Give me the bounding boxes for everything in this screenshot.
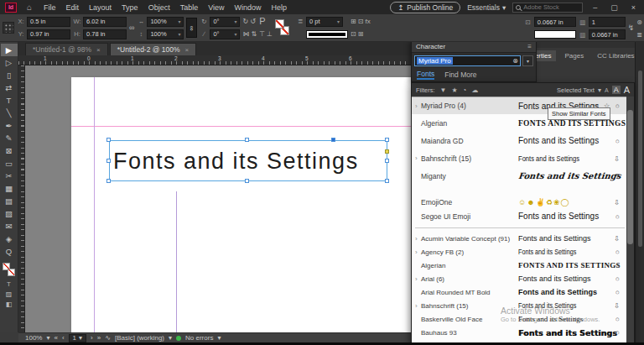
font-row[interactable] [412, 185, 628, 195]
font-dropdown-button[interactable]: ▾ [522, 55, 533, 66]
paragraph-controls-icon[interactable]: P [259, 16, 265, 27]
menu-item[interactable]: Object [143, 3, 175, 12]
menu-item[interactable]: View [203, 3, 229, 12]
corner-radius-field[interactable]: 0.0667 in [534, 17, 576, 27]
gear-icon[interactable]: ⊛ [636, 17, 642, 28]
font-row-actions[interactable]: ⇩ [614, 154, 621, 163]
font-row-actions[interactable]: ○ [615, 274, 621, 283]
expander-icon[interactable]: › [415, 275, 421, 283]
filter-funnel-icon[interactable]: ▼ [440, 86, 447, 94]
rectangle-tool[interactable]: ▭ [1, 157, 18, 170]
apply-gradient-icon[interactable]: ▨ [1, 289, 18, 299]
font-row[interactable]: › Bahnschrift (15) Fonts and its Setting… [412, 299, 628, 312]
note-tool[interactable]: ✉ [1, 220, 18, 233]
y-position-field[interactable]: 0.97 in [27, 29, 70, 39]
font-row[interactable]: › Agency FB (2) Fonts and its Settings ○ [412, 245, 628, 259]
corner-shape-selector[interactable] [534, 30, 576, 39]
handle-mid-right[interactable] [385, 159, 389, 163]
panel-options-icon[interactable]: ≣ [636, 29, 642, 40]
font-row[interactable]: Miganty Fonts and its Settings Ŧ [412, 167, 628, 185]
font-row-actions[interactable]: ⇩ [614, 234, 621, 243]
dock-scrollbar[interactable] [635, 40, 644, 345]
font-row-actions[interactable]: ⇩ [614, 301, 621, 310]
tab-untitled-1[interactable]: *Untitled-1 @ 98% × [25, 43, 108, 55]
menu-item[interactable]: File [39, 3, 61, 12]
font-row[interactable]: EmojiOne ☺☻✌♻❀◯ ⇩ [412, 195, 628, 209]
scissors-tool[interactable]: ✂ [1, 170, 18, 182]
sample-size-medium-button[interactable]: A [612, 86, 621, 94]
object-style-icon[interactable]: ⊞ [351, 16, 356, 27]
handle-bottom-left[interactable] [106, 179, 111, 183]
font-row[interactable]: › Acumin Variable Concept (91) Fonts and… [412, 232, 628, 245]
font-search-input[interactable]: Myriad Pro ⊗ [414, 55, 521, 66]
zoom-tool[interactable]: Q [1, 245, 18, 258]
menu-item[interactable]: Layout [84, 3, 117, 12]
adobe-fonts-cloud-icon[interactable]: ☁ [471, 86, 478, 94]
stroke-style-selector[interactable] [306, 30, 348, 39]
frame-fitting-icon[interactable]: ⊡ [358, 16, 364, 27]
toolbar-stroke-none-swatch[interactable] [8, 269, 15, 276]
text-frame[interactable]: Fonts and its Settings [109, 140, 387, 181]
next-page-button[interactable]: › [91, 334, 93, 342]
rotate-ccw-icon[interactable]: ↺ [250, 16, 256, 27]
publish-online-button[interactable]: ↥ Publish Online [390, 2, 460, 13]
font-row-actions[interactable]: ○ [615, 137, 621, 145]
sample-size-large-button[interactable]: A [624, 85, 630, 95]
font-list-scrollbar[interactable] [626, 97, 634, 345]
handle-mid-left[interactable] [106, 159, 111, 163]
sample-text-selector[interactable]: Selected Text [557, 86, 595, 94]
minimize-button[interactable]: – [589, 3, 600, 12]
font-row[interactable]: Algerian FONTS AND ITS SETTINGS ○ [412, 259, 628, 272]
flip-horizontal-icon[interactable]: ⋈ [242, 29, 249, 39]
scale-y-field[interactable]: 100%▾ [147, 29, 184, 39]
expander-icon[interactable]: › [415, 235, 421, 243]
preflight-profile-dropdown[interactable]: [Basic] (working) [115, 334, 164, 342]
font-row[interactable]: Bauhaus 93 Fonts and its Settings ○ [412, 326, 628, 339]
columns-field[interactable]: 1 [589, 17, 626, 27]
type-tool[interactable]: T [1, 94, 18, 107]
tab-cc-libraries[interactable]: CC Libraries [592, 50, 639, 61]
font-row[interactable]: › Bahnschrift (15) Fonts and its Setting… [412, 149, 628, 167]
stock-search-input[interactable]: Adobe Stock [512, 3, 583, 13]
font-row[interactable] [412, 223, 628, 232]
handle-bottom-center[interactable] [245, 179, 249, 183]
font-row[interactable]: Arial Rounded MT Bold Fonts and its Sett… [412, 285, 628, 299]
handle-top-right[interactable] [385, 138, 389, 142]
panel-menu-icon[interactable]: ≡ [527, 43, 532, 50]
selection-tool[interactable]: ▶ [1, 44, 18, 56]
color-theme-tool[interactable]: ◈ [1, 233, 18, 245]
effects-icon[interactable]: fx [365, 16, 370, 27]
text-wrap-icon[interactable]: ⊡ [351, 29, 356, 39]
font-row-actions[interactable]: ○ [615, 315, 621, 323]
page-tool[interactable]: ▯ [1, 69, 18, 81]
font-row-actions[interactable]: ○ [615, 248, 621, 256]
expander-icon[interactable]: › [415, 248, 421, 256]
gradient-swatch-tool[interactable]: ▤ [1, 195, 18, 207]
font-row[interactable]: Segoe UI Emoji Fonts and its Settings ○ [412, 209, 628, 223]
menu-item[interactable]: Window [230, 3, 267, 12]
tab-find-more[interactable]: Find More [444, 71, 476, 79]
free-transform-tool[interactable]: ▦ [1, 182, 18, 195]
page-number-field[interactable]: 1▾ [69, 334, 86, 342]
pencil-tool[interactable]: ✎ [1, 132, 18, 144]
formatting-affects-text-icon[interactable]: T [1, 279, 18, 289]
zoom-level-dropdown[interactable]: 100% [25, 334, 42, 342]
clear-search-icon[interactable]: ⊗ [512, 57, 518, 65]
tab-close-icon[interactable]: × [96, 46, 101, 54]
handle-top-filled[interactable] [331, 138, 335, 142]
tab-fonts[interactable]: Fonts [417, 70, 434, 80]
line-tool[interactable]: ╲ [1, 107, 18, 119]
direct-selection-tool[interactable]: ▷ [1, 56, 18, 69]
sample-size-small-button[interactable]: A [605, 87, 609, 93]
font-row-actions[interactable]: ○ [615, 288, 621, 296]
width-field[interactable]: 6.02 in [83, 17, 127, 27]
recent-clock-icon[interactable]: ◔ [463, 86, 467, 94]
tab-pages[interactable]: Pages [559, 50, 589, 61]
fill-stroke-swatches[interactable] [275, 18, 293, 38]
font-row-actions[interactable]: ○ [615, 328, 621, 337]
rotate-cw-icon[interactable]: ↻ [242, 16, 248, 27]
font-row-actions[interactable]: ○ [615, 261, 621, 269]
indesign-logo-icon[interactable]: Id [5, 3, 17, 13]
gap-tool[interactable]: ⇄ [1, 81, 18, 94]
handle-bottom-right[interactable] [385, 179, 389, 183]
